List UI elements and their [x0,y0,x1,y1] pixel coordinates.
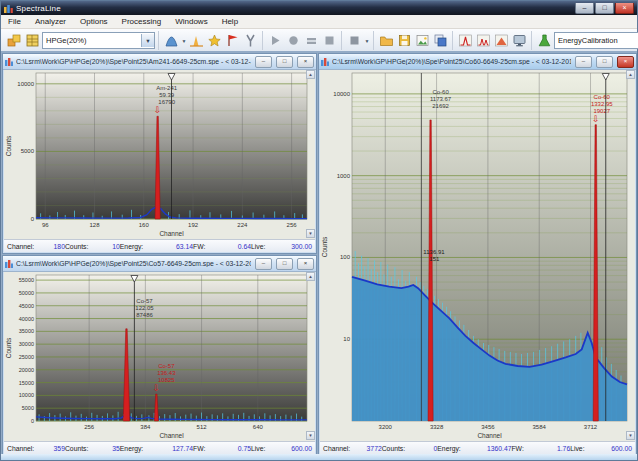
menu-options[interactable]: Options [73,15,115,28]
svg-text:3712: 3712 [584,424,598,430]
energy-label: Energy: [120,445,143,452]
am241-scroll-up-button[interactable]: ▲ [306,70,315,79]
calibration-star-icon[interactable] [206,32,223,49]
peak-search-icon[interactable] [188,32,205,49]
titlebar: SpectraLine – □ × [1,1,637,15]
co57-close-button[interactable]: × [297,258,314,270]
svg-text:136.43: 136.43 [157,370,176,376]
energy-value: 63.14 [176,243,193,250]
svg-text:1173.67: 1173.67 [430,96,452,102]
svg-text:Co-57: Co-57 [136,298,153,304]
co57-spectrum-chart[interactable]: 0500010000150002000025000300003500040000… [4,272,317,441]
spectrum-window-icon [5,260,13,268]
co60-window-titlebar[interactable]: C:\Lsrm\Work\GP\HPGe(20%)\Spe\Point25\Co… [319,54,636,70]
svg-text:10825: 10825 [158,377,175,383]
svg-text:0: 0 [31,216,35,222]
menu-processing[interactable]: Processing [115,15,169,28]
am241-scroll-down-button[interactable]: ▼ [306,229,315,238]
menu-help[interactable]: Help [215,15,245,28]
stop-alt-button[interactable] [346,32,363,49]
svg-text:Channel: Channel [159,432,184,439]
svg-text:Counts: Counts [321,236,328,257]
channel-label: Channel: [7,243,34,250]
svg-text:50000: 50000 [19,290,34,296]
counts-value: 10 [112,243,120,250]
efficiency-flask-icon[interactable] [536,32,553,49]
minimize-button[interactable]: – [575,3,594,14]
fw-label: FW: [193,445,205,452]
toolbar: HPGe(20%) ▼ ▼ ▼ [1,29,637,53]
save-file-icon[interactable] [396,32,413,49]
spectra-table-icon[interactable] [24,32,41,49]
start-button[interactable] [267,32,284,49]
svg-text:1136.91: 1136.91 [423,249,445,255]
detector-combo[interactable]: HPGe(20%) ▼ [42,32,155,49]
live-label: Live: [570,445,584,452]
co60-close-button[interactable]: × [617,56,634,68]
co60-scroll-up-button[interactable]: ▲ [626,70,635,79]
co57-window-title: C:\Lsrm\Work\GP\HPGe(20%)\Spe\Point25\Co… [16,260,251,267]
fw-label: FW: [193,243,205,250]
detector-monitor-icon[interactable] [511,32,528,49]
svg-text:21692: 21692 [432,103,449,109]
co60-scroll-down-button[interactable]: ▼ [626,431,635,440]
spectrum-multi-icon[interactable] [475,32,492,49]
menu-file[interactable]: File [1,15,28,28]
co57-scroll-down-button[interactable]: ▼ [306,431,315,440]
open-file-icon[interactable] [378,32,395,49]
menu-analyzer[interactable]: Analyzer [28,15,73,28]
svg-text:96: 96 [42,222,49,228]
energy-value: 1360.47 [487,445,512,452]
live-label: Live: [251,243,265,250]
co60-spectrum-chart[interactable]: 1010010001000032003328345635843712Channe… [320,70,637,441]
spectrum-single-icon[interactable] [457,32,474,49]
svg-text:59.39: 59.39 [159,92,175,98]
smoothing-caret[interactable]: ▼ [181,33,187,48]
co57-window-titlebar[interactable]: C:\Lsrm\Work\GP\HPGe(20%)\Spe\Point25\Co… [3,256,316,272]
channel-value: 180 [54,243,65,250]
detector-combo-arrow[interactable]: ▼ [141,34,154,47]
am241-minimize-button[interactable]: – [255,56,272,68]
svg-text:Channel: Channel [159,230,184,237]
copy-spectrum-icon[interactable] [432,32,449,49]
spectrum-fill-icon[interactable] [493,32,510,49]
export-image-icon[interactable] [414,32,431,49]
am241-spectrum-chart[interactable]: 050001000096128160192224256ChannelCounts… [4,70,317,239]
co57-minimize-button[interactable]: – [255,258,272,270]
am241-window-title: C:\Lsrm\Work\GP\HPGe(20%)\Spe\Point25\Am… [16,58,251,65]
svg-text:512: 512 [197,424,208,430]
calibration-combo[interactable]: EnergyCalibration ▼ [554,32,638,49]
svg-text:0: 0 [31,418,34,424]
svg-text:45000: 45000 [19,303,34,309]
nuclide-flag-icon[interactable] [224,32,241,49]
live-value: 600.00 [291,445,312,452]
workspace-icon[interactable] [6,32,23,49]
co60-minimize-button[interactable]: – [575,56,592,68]
svg-text:30000: 30000 [19,341,34,347]
maximize-button[interactable]: □ [595,3,614,14]
am241-maximize-button[interactable]: □ [276,56,293,68]
menu-windows[interactable]: Windows [168,15,214,28]
fw-value: 0.64 [238,243,251,250]
counts-label: Counts: [382,445,405,452]
channel-value: 359 [54,445,65,452]
svg-text:10: 10 [343,336,350,342]
svg-text:40000: 40000 [19,316,34,322]
stop-alt-caret[interactable]: ▼ [364,33,370,48]
co60-window-title: C:\Lsrm\Work\GP\HPGe(20%)\Spe\Point25\Co… [332,58,571,65]
am241-close-button[interactable]: × [297,56,314,68]
spectrum-window-co57: C:\Lsrm\Work\GP\HPGe(20%)\Spe\Point25\Co… [2,255,317,456]
smoothing-icon[interactable] [163,32,180,49]
mdi-area: C:\Lsrm\Work\GP\HPGe(20%)\Spe\Point25\Am… [1,51,637,454]
counts-label: Counts: [65,445,88,452]
window-bottom-edge [1,454,637,460]
am241-window-titlebar[interactable]: C:\Lsrm\Work\GP\HPGe(20%)\Spe\Point25\Am… [3,54,316,70]
pause-button[interactable] [303,32,320,49]
record-button[interactable] [285,32,302,49]
co57-scroll-up-button[interactable]: ▲ [306,272,315,281]
co57-maximize-button[interactable]: □ [276,258,293,270]
co60-maximize-button[interactable]: □ [596,56,613,68]
close-button[interactable]: × [615,3,634,14]
stop-button[interactable] [321,32,338,49]
roi-tool-icon[interactable] [242,32,259,49]
